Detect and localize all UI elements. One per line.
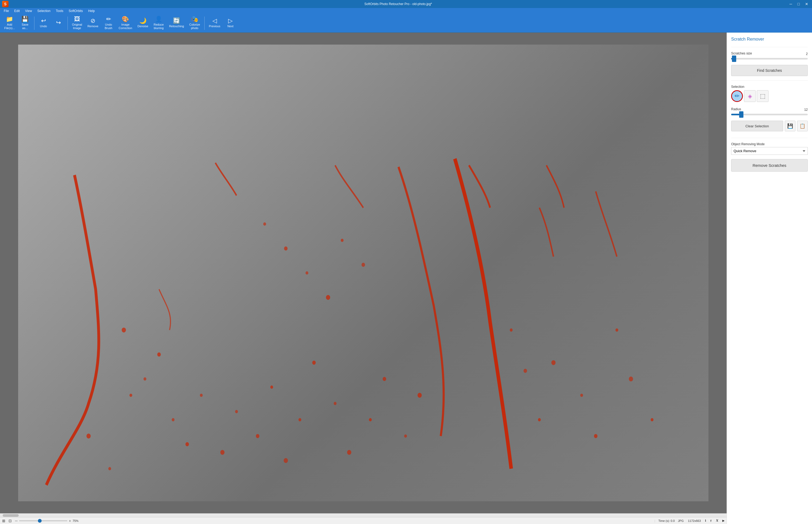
twitter-icon[interactable]: 𝕏 [716, 519, 718, 522]
titlebar-controls: ─ □ ✕ [788, 1, 810, 7]
svg-point-27 [594, 434, 597, 438]
svg-point-35 [341, 239, 344, 242]
clear-selection-button[interactable]: Clear Selection [731, 121, 783, 131]
image-correction-label: ImageCorrection [119, 23, 132, 30]
find-scratches-button[interactable]: Find Scratches [731, 65, 808, 76]
scratches-size-slider[interactable] [731, 58, 808, 60]
image-container[interactable] [0, 33, 727, 513]
close-button[interactable]: ✕ [803, 1, 810, 7]
zoom-out-button[interactable]: ─ [15, 519, 18, 523]
rect-select-tool[interactable]: ⬚ [757, 90, 768, 102]
add-files-label: AddFile(s)... [4, 23, 15, 30]
svg-point-6 [130, 394, 132, 397]
zoom-in-button[interactable]: + [69, 519, 71, 523]
dimensions-display: 1172x663 [688, 519, 701, 522]
status-sep: | [654, 519, 655, 522]
eraser-select-tool[interactable]: ◈ [744, 90, 756, 102]
scratches-size-slider-row [731, 58, 808, 60]
save-selection-button[interactable]: 💾 [785, 121, 795, 131]
svg-point-11 [256, 434, 259, 438]
retouching-icon: 🔄 [173, 18, 180, 24]
svg-point-29 [629, 377, 633, 381]
remove-label: Remove [87, 24, 99, 28]
svg-point-34 [326, 295, 331, 300]
reduce-blurring-icon: 👤 [155, 16, 162, 22]
svg-point-7 [185, 442, 189, 446]
object-removing-mode-dropdown[interactable]: Quick Remove Inpainting Content-Aware Fi… [731, 147, 808, 155]
toolbar-image-correction[interactable]: 🎨 ImageCorrection [117, 15, 135, 31]
minimize-button[interactable]: ─ [788, 1, 794, 7]
menu-file[interactable]: File [1, 9, 12, 13]
brush-select-tool[interactable]: ✏ [731, 90, 743, 102]
toolbar-previous[interactable]: ◁ Previous [207, 15, 222, 31]
maximize-button[interactable]: □ [796, 1, 801, 7]
save-selection-icon: 💾 [787, 123, 793, 129]
toolbar-retouching[interactable]: 🔄 Retouching [167, 15, 186, 31]
svg-point-1 [143, 377, 147, 381]
panel-divider-3 [731, 138, 808, 138]
remove-scratches-button[interactable]: Remove Scratches [731, 159, 808, 171]
canvas-size-icon: ⊞ [2, 519, 5, 523]
toolbar-undo-brush[interactable]: ✏ UndoBrush [102, 15, 116, 31]
toolbar-remove[interactable]: ⊘ Remove [85, 15, 101, 31]
menu-selection[interactable]: Selection [35, 9, 53, 13]
menu-edit[interactable]: Edit [12, 9, 22, 13]
undo-label: Undo [40, 24, 47, 28]
undo-icon: ↩ [41, 18, 46, 24]
toolbar-add-files[interactable]: 📁 AddFile(s)... [2, 15, 17, 31]
scrollbar-thumb[interactable] [3, 514, 19, 517]
svg-point-16 [334, 402, 337, 405]
menu-view[interactable]: View [22, 9, 35, 13]
reduce-blurring-label: Reduceblurring [154, 23, 164, 30]
denoise-icon: 🌙 [139, 18, 147, 24]
svg-point-21 [418, 393, 422, 398]
toolbar-redo[interactable]: ↪ [51, 15, 65, 31]
toolbar-reduce-blurring[interactable]: 👤 Reduceblurring [152, 15, 166, 31]
svg-point-8 [200, 394, 203, 397]
undo-brush-icon: ✏ [106, 16, 111, 22]
toolbar-original-image[interactable]: 🖼 OriginalImage [70, 15, 84, 31]
statusbar: ⊞ ⊡ ─ + 75% | Time (s): 0.0 JPG 1172x663… [0, 517, 727, 524]
redo-icon: ↪ [56, 20, 61, 26]
add-files-icon: 📁 [6, 16, 13, 22]
denoise-label: Denoise [137, 24, 148, 28]
save-as-icon: 💾 [21, 16, 29, 22]
toolbar-colorize-photo[interactable]: 🎭 Colorizephoto [187, 15, 202, 31]
canvas-area: ⊞ ⊡ ─ + 75% | Time (s): 0.0 JPG 1172x663… [0, 33, 727, 524]
svg-point-23 [524, 369, 527, 373]
save-as-label: Saveas... [22, 23, 28, 30]
format-display: JPG [678, 519, 684, 522]
selection-tools: ✏ ◈ ⬚ [731, 90, 808, 102]
image-correction-icon: 🎨 [122, 16, 129, 22]
horizontal-scrollbar[interactable] [0, 513, 727, 517]
svg-point-18 [369, 418, 372, 421]
right-panel: Scratch Remover Scratches size 2 Find Sc… [727, 33, 812, 524]
app-logo: S [2, 1, 9, 7]
menu-help[interactable]: Help [86, 9, 98, 13]
svg-point-26 [580, 394, 583, 397]
toolbar-denoise[interactable]: 🌙 Denoise [135, 15, 150, 31]
toolbar-save-as[interactable]: 💾 Saveas... [18, 15, 32, 31]
menu-tools[interactable]: Tools [53, 9, 66, 13]
next-label: Next [227, 24, 234, 28]
scratches-size-section: Scratches size 2 [731, 51, 808, 62]
colorize-photo-label: Colorizephoto [189, 23, 200, 30]
play-icon[interactable]: ▶ [722, 519, 725, 522]
photo-canvas[interactable] [18, 45, 709, 501]
menubar: File Edit View Selection Tools SoftOrbit… [0, 8, 812, 14]
info-icon[interactable]: ℹ [705, 519, 706, 522]
facebook-icon[interactable]: f [710, 519, 711, 522]
svg-point-32 [284, 246, 288, 250]
menu-softorbits[interactable]: SoftOrbits [66, 9, 85, 13]
zoom-slider[interactable] [19, 520, 67, 521]
object-removing-mode-label: Object Removing Mode [731, 142, 808, 146]
toolbar-undo[interactable]: ↩ Undo [37, 15, 50, 31]
load-selection-button[interactable]: 📋 [797, 121, 808, 131]
toolbar-next[interactable]: ▷ Next [223, 15, 237, 31]
panel-divider-2 [731, 80, 808, 81]
svg-point-13 [284, 458, 288, 463]
original-image-icon: 🖼 [74, 16, 80, 22]
radius-slider[interactable] [731, 114, 808, 115]
remove-icon: ⊘ [90, 18, 95, 24]
svg-point-20 [404, 434, 407, 438]
